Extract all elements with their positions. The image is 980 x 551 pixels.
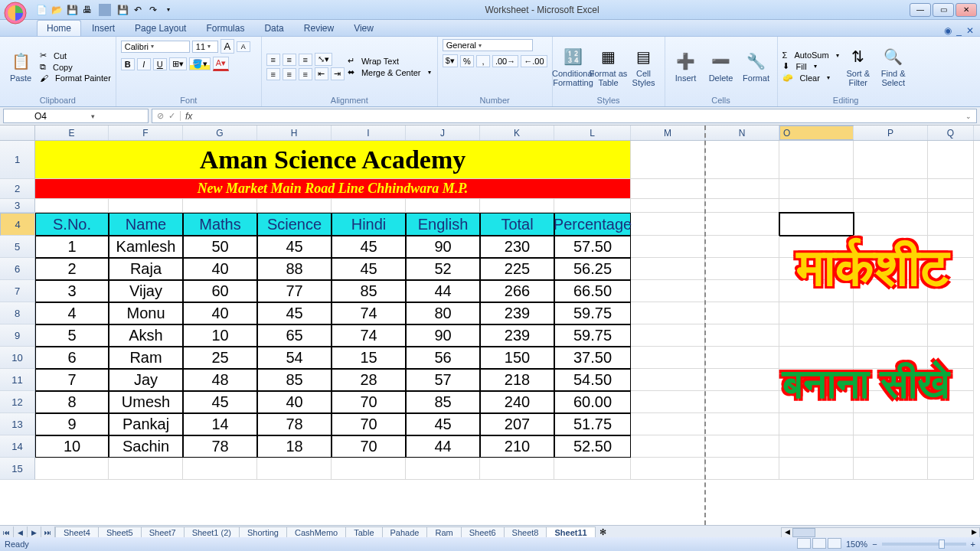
table-cell[interactable]: 56 xyxy=(406,347,480,369)
table-cell[interactable]: 28 xyxy=(332,369,406,391)
tab-insert[interactable]: Insert xyxy=(83,21,124,36)
table-cell[interactable]: 74 xyxy=(332,324,406,347)
empty-cell[interactable] xyxy=(779,324,854,347)
row-header-14[interactable]: 14 xyxy=(0,435,35,458)
empty-cell[interactable] xyxy=(779,213,854,236)
align-bottom-button[interactable]: ≡ xyxy=(299,54,312,66)
table-cell[interactable]: 70 xyxy=(332,435,406,458)
table-cell[interactable]: 150 xyxy=(480,347,554,369)
table-cell[interactable]: 80 xyxy=(406,302,480,324)
close-button[interactable]: ✕ xyxy=(956,3,977,17)
empty-cell[interactable] xyxy=(854,435,928,458)
table-cell[interactable]: 210 xyxy=(480,435,554,458)
underline-button[interactable]: U xyxy=(153,58,167,70)
tab-view[interactable]: View xyxy=(345,21,383,36)
increase-decimal-button[interactable]: .00→ xyxy=(492,55,518,67)
table-cell[interactable]: Vijay xyxy=(109,280,183,302)
table-cell[interactable]: 40 xyxy=(257,391,332,413)
table-cell[interactable]: 44 xyxy=(406,435,480,458)
banner-sub[interactable]: New Market Main Road Line Chhindwara M.P… xyxy=(35,179,631,199)
table-cell[interactable]: Aksh xyxy=(109,324,183,347)
qat-new-icon[interactable]: 📄 xyxy=(35,4,47,16)
qat-save2-icon[interactable]: 💾 xyxy=(116,4,129,16)
expand-formula-icon[interactable]: ⌄ xyxy=(961,112,976,120)
merge-center-button[interactable]: ⬌ Merge & Center ▾ xyxy=(348,67,431,77)
empty-cell[interactable] xyxy=(406,458,480,480)
empty-cell[interactable] xyxy=(631,258,705,280)
banner-title[interactable]: Aman Science Academy xyxy=(35,141,631,179)
table-cell[interactable]: 40 xyxy=(183,302,257,324)
format-as-table-button[interactable]: ▦Format as Table xyxy=(593,39,625,94)
decrease-indent-button[interactable]: ⇤ xyxy=(315,67,328,80)
name-box[interactable]: O4 ▾ xyxy=(3,109,149,123)
table-cell[interactable]: 45 xyxy=(406,413,480,435)
table-header[interactable]: Percentage xyxy=(554,213,631,236)
table-cell[interactable]: 8 xyxy=(35,391,109,413)
qat-customize-icon[interactable]: ▾ xyxy=(162,4,175,16)
table-cell[interactable]: Monu xyxy=(109,302,183,324)
view-buttons[interactable] xyxy=(795,538,841,550)
empty-cell[interactable] xyxy=(854,413,928,435)
empty-cell[interactable] xyxy=(705,458,779,480)
insert-cells-button[interactable]: ➕Insert xyxy=(670,39,702,94)
sheet-tab-sheet7[interactable]: Sheet7 xyxy=(141,527,185,538)
table-header[interactable]: Hindi xyxy=(332,213,406,236)
fx-icon[interactable]: fx xyxy=(181,111,197,122)
table-cell[interactable]: 90 xyxy=(406,324,480,347)
align-center-button[interactable]: ≡ xyxy=(283,68,296,80)
empty-cell[interactable] xyxy=(928,302,974,324)
empty-cell[interactable] xyxy=(779,141,854,179)
spreadsheet-grid[interactable]: EFGHIJKLMNOPQ 1Aman Science Academy2New … xyxy=(0,126,980,525)
table-cell[interactable]: Ram xyxy=(109,347,183,369)
italic-button[interactable]: I xyxy=(137,58,151,70)
font-color-button[interactable]: A▾ xyxy=(213,57,229,71)
empty-cell[interactable] xyxy=(109,458,183,480)
table-cell[interactable]: Jay xyxy=(109,369,183,391)
table-cell[interactable]: Sachin xyxy=(109,435,183,458)
empty-cell[interactable] xyxy=(779,199,854,213)
empty-cell[interactable] xyxy=(705,179,779,199)
align-top-button[interactable]: ≡ xyxy=(266,54,280,66)
table-cell[interactable]: 52.50 xyxy=(554,435,631,458)
row-header-5[interactable]: 5 xyxy=(0,236,35,258)
table-cell[interactable]: 240 xyxy=(480,391,554,413)
clear-button[interactable]: 🧽 Clear ▾ xyxy=(782,73,839,83)
sheet-tab-sheet8[interactable]: Sheet8 xyxy=(504,527,547,538)
sheet-tab-sheet5[interactable]: Sheet5 xyxy=(98,527,142,538)
zoom-out-button[interactable]: − xyxy=(872,540,877,549)
table-cell[interactable]: 266 xyxy=(480,280,554,302)
align-left-button[interactable]: ≡ xyxy=(266,68,280,80)
table-cell[interactable]: 77 xyxy=(257,280,332,302)
qat-undo-icon[interactable]: ↶ xyxy=(132,4,144,16)
empty-cell[interactable] xyxy=(35,199,109,213)
table-cell[interactable]: 85 xyxy=(332,280,406,302)
empty-cell[interactable] xyxy=(854,213,928,236)
table-cell[interactable]: 50 xyxy=(183,236,257,258)
empty-cell[interactable] xyxy=(854,458,928,480)
table-cell[interactable]: 45 xyxy=(257,236,332,258)
sheet-tab-sheet11[interactable]: Sheet11 xyxy=(546,527,595,538)
empty-cell[interactable] xyxy=(257,199,332,213)
table-cell[interactable]: 57.50 xyxy=(554,236,631,258)
empty-cell[interactable] xyxy=(705,280,779,302)
col-header-M[interactable]: M xyxy=(631,126,705,140)
sheet-tab-sheet12[interactable]: Sheet1 (2) xyxy=(184,527,240,538)
table-cell[interactable]: 51.75 xyxy=(554,413,631,435)
cancel-formula-icon[interactable]: ⊘ xyxy=(157,111,164,121)
empty-cell[interactable] xyxy=(631,458,705,480)
empty-cell[interactable] xyxy=(705,141,779,179)
table-cell[interactable]: 10 xyxy=(183,324,257,347)
empty-cell[interactable] xyxy=(705,347,779,369)
formula-input[interactable]: ⊘✓ fx ⌄ xyxy=(152,109,977,123)
empty-cell[interactable] xyxy=(631,347,705,369)
empty-cell[interactable] xyxy=(928,413,974,435)
empty-cell[interactable] xyxy=(779,302,854,324)
table-header[interactable]: Name xyxy=(109,213,183,236)
font-size-select[interactable]: 11▾ xyxy=(192,41,218,53)
help-icon[interactable]: ◉ xyxy=(944,25,952,36)
orientation-button[interactable]: ⤡▾ xyxy=(315,53,332,66)
table-cell[interactable]: 6 xyxy=(35,347,109,369)
tab-home[interactable]: Home xyxy=(37,20,81,36)
empty-cell[interactable] xyxy=(631,213,705,236)
empty-cell[interactable] xyxy=(554,199,631,213)
